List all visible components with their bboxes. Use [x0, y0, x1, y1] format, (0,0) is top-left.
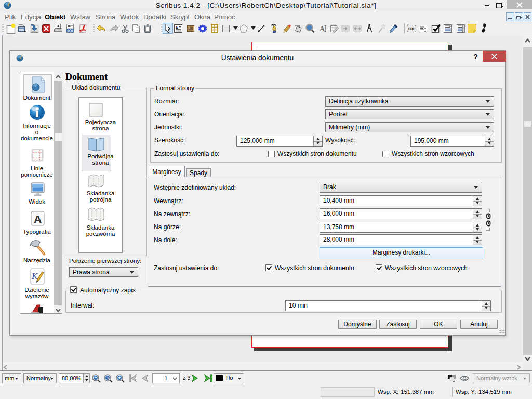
- svg-text:A: A: [34, 213, 42, 225]
- svg-text:A: A: [175, 25, 178, 30]
- svg-text:1: 1: [107, 376, 109, 380]
- svg-text:A: A: [320, 25, 325, 33]
- svg-text:OK: OK: [408, 26, 415, 31]
